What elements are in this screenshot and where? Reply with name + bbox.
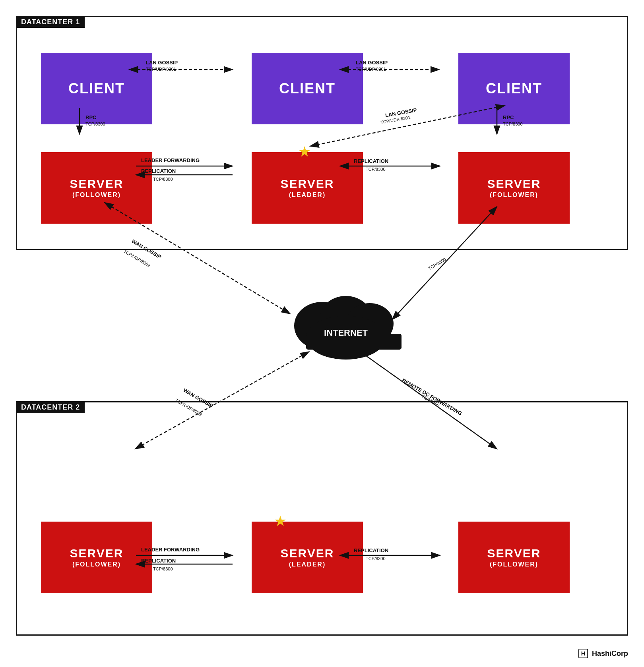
hashicorp-icon: H <box>578 648 589 659</box>
dc1-client-3: CLIENT <box>458 53 570 124</box>
dc2-server-leader: SERVER (LEADER) <box>252 522 363 593</box>
svg-point-5 <box>346 303 394 344</box>
datacenter-1-box: DATACENTER 1 CLIENT CLIENT CLIENT SERVER… <box>16 16 628 250</box>
svg-point-3 <box>294 302 350 350</box>
dc1-wan-gossip-port: TCP/UDP/8302 <box>123 249 151 268</box>
hashicorp-logo: H HashiCorp <box>578 648 628 659</box>
dc1-server-follower-2: SERVER (FOLLOWER) <box>458 152 570 224</box>
hashicorp-text: HashiCorp <box>592 650 628 658</box>
dc1-tcp8300-label: TCP/8300 <box>427 257 447 271</box>
datacenter-2-box: DATACENTER 2 SERVER (FOLLOWER) SERVER (L… <box>16 401 628 636</box>
svg-point-4 <box>320 296 372 340</box>
internet-cloud: INTERNET <box>294 296 402 360</box>
dc1-leader-star: ★ <box>298 143 311 160</box>
dc2-leader-star: ★ <box>274 513 287 530</box>
dc1-server-leader: SERVER (LEADER) <box>252 152 363 224</box>
svg-point-6 <box>306 316 386 360</box>
dc1-client-1: CLIENT <box>41 53 152 124</box>
dc2-server-follower-2: SERVER (FOLLOWER) <box>458 522 570 593</box>
internet-label: INTERNET <box>324 328 368 338</box>
dc2-server-follower-1: SERVER (FOLLOWER) <box>41 522 152 593</box>
dc1-client-2: CLIENT <box>252 53 363 124</box>
datacenter-1-label: DATACENTER 1 <box>16 16 85 28</box>
svg-text:H: H <box>581 650 586 657</box>
datacenter-2-label: DATACENTER 2 <box>16 402 85 413</box>
svg-rect-7 <box>306 334 402 350</box>
dc1-server-follower-1: SERVER (FOLLOWER) <box>41 152 152 224</box>
